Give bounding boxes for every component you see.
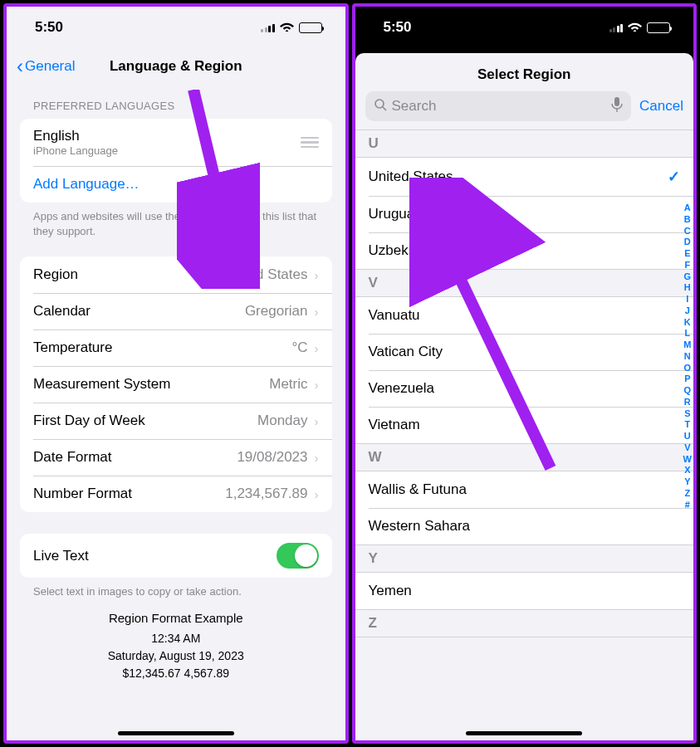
- nav-bar: ‹ General Language & Region: [7, 48, 345, 85]
- index-letter[interactable]: B: [683, 214, 692, 226]
- index-letter[interactable]: K: [683, 317, 692, 329]
- index-letter[interactable]: C: [683, 226, 692, 237]
- section-header-u: U: [355, 129, 694, 158]
- index-letter[interactable]: Z: [683, 488, 692, 500]
- status-time: 5:50: [35, 19, 63, 36]
- index-letter[interactable]: N: [683, 351, 692, 363]
- checkmark-icon: ✓: [668, 168, 680, 186]
- reorder-icon[interactable]: [301, 137, 319, 149]
- index-letter[interactable]: H: [683, 282, 692, 294]
- preferred-languages-header: PREFERRED LANGUAGES: [7, 85, 345, 119]
- region-row-vatican-city[interactable]: Vatican City: [355, 334, 694, 370]
- index-letter[interactable]: R: [683, 397, 692, 408]
- region-row-uzbekistan[interactable]: Uzbekistan: [355, 232, 694, 269]
- measurement-row[interactable]: Measurement System Metric›: [20, 366, 332, 403]
- section-header-v: V: [355, 269, 694, 297]
- microphone-icon[interactable]: [611, 97, 623, 115]
- battery-icon: 29: [299, 22, 322, 33]
- live-text-footer: Select text in images to copy or take ac…: [7, 578, 345, 599]
- back-button[interactable]: ‹ General: [17, 56, 75, 76]
- live-text-group: Live Text: [20, 534, 332, 578]
- date-format-row[interactable]: Date Format 19/08/2023›: [20, 439, 332, 476]
- status-icons: 29: [261, 20, 322, 35]
- svg-point-1: [375, 100, 384, 108]
- index-letter[interactable]: E: [683, 248, 692, 260]
- index-letter[interactable]: I: [683, 294, 692, 305]
- preferred-languages-group: English iPhone Language Add Language…: [20, 119, 332, 203]
- status-bar: 5:50 29: [355, 7, 694, 48]
- page-title: Language & Region: [110, 58, 242, 75]
- section-header-z: Z: [355, 609, 694, 637]
- home-indicator[interactable]: [118, 731, 234, 735]
- phone-settings-screen: 5:50 29 ‹ General Language & Region PREF…: [3, 3, 349, 744]
- svg-rect-3: [614, 97, 619, 106]
- add-language-label: Add Language…: [33, 176, 140, 193]
- status-bar: 5:50 29: [7, 7, 345, 48]
- calendar-row[interactable]: Calendar Gregorian›: [20, 293, 332, 330]
- chevron-right-icon: ›: [315, 451, 319, 465]
- index-letter[interactable]: P: [683, 374, 692, 385]
- index-letter[interactable]: W: [683, 454, 692, 466]
- temperature-row[interactable]: Temperature °C›: [20, 330, 332, 366]
- index-letter[interactable]: M: [683, 339, 692, 351]
- index-letter[interactable]: X: [683, 465, 692, 476]
- index-letter[interactable]: O: [683, 363, 692, 374]
- index-letter[interactable]: F: [683, 260, 692, 271]
- search-icon: [374, 98, 387, 115]
- chevron-right-icon: ›: [315, 378, 319, 392]
- alphabet-index[interactable]: ABCDEFGHIJKLMNOPQRSTUVWXYZ#: [683, 203, 692, 510]
- add-language-row[interactable]: Add Language…: [20, 166, 332, 203]
- number-format-row[interactable]: Number Format 1,234,567.89›: [20, 476, 332, 512]
- index-letter[interactable]: L: [683, 328, 692, 339]
- language-row-english[interactable]: English iPhone Language: [20, 119, 332, 166]
- index-letter[interactable]: Q: [683, 385, 692, 397]
- phone-select-region-screen: 5:50 29 Select Region Cancel U United St…: [352, 3, 698, 744]
- chevron-right-icon: ›: [315, 414, 319, 428]
- region-picker-sheet: Select Region Cancel U United States✓ Ur…: [355, 53, 694, 740]
- index-letter[interactable]: Y: [683, 476, 692, 488]
- search-row: Cancel: [355, 91, 694, 129]
- wifi-icon: [628, 20, 642, 35]
- battery-icon: 29: [647, 22, 670, 33]
- index-letter[interactable]: G: [683, 271, 692, 283]
- index-letter[interactable]: U: [683, 431, 692, 442]
- chevron-right-icon: ›: [315, 341, 319, 355]
- home-indicator[interactable]: [466, 731, 582, 735]
- region-row-vietnam[interactable]: Vietnam: [355, 407, 694, 443]
- language-sublabel: iPhone Language: [33, 144, 118, 157]
- status-time: 5:50: [384, 19, 412, 36]
- chevron-right-icon: ›: [315, 487, 319, 501]
- section-header-w: W: [355, 443, 694, 471]
- region-row-vanuatu[interactable]: Vanuatu: [355, 297, 694, 334]
- cancel-button[interactable]: Cancel: [639, 98, 683, 115]
- region-row-venezuela[interactable]: Venezuela: [355, 370, 694, 407]
- search-input[interactable]: [392, 98, 607, 115]
- live-text-toggle[interactable]: [277, 543, 319, 569]
- index-letter[interactable]: D: [683, 237, 692, 248]
- cellular-icon: [261, 22, 275, 32]
- region-row-yemen[interactable]: Yemen: [355, 573, 694, 609]
- region-row-uruguay[interactable]: Uruguay: [355, 196, 694, 232]
- first-day-row[interactable]: First Day of Week Monday›: [20, 403, 332, 439]
- region-row[interactable]: Region United States›: [20, 256, 332, 293]
- back-label: General: [25, 58, 75, 75]
- index-letter[interactable]: T: [683, 419, 692, 431]
- index-letter[interactable]: A: [683, 203, 692, 214]
- index-letter[interactable]: J: [683, 305, 692, 317]
- region-settings-group: Region United States› Calendar Gregorian…: [20, 256, 332, 512]
- region-list[interactable]: U United States✓ Uruguay Uzbekistan V Va…: [355, 129, 694, 740]
- region-row-wallis-futuna[interactable]: Wallis & Futuna: [355, 471, 694, 508]
- index-letter[interactable]: S: [683, 408, 692, 420]
- region-row-united-states[interactable]: United States✓: [355, 158, 694, 196]
- search-field[interactable]: [365, 91, 632, 121]
- preferred-languages-footer: Apps and websites will use the first lan…: [7, 203, 345, 238]
- section-header-y: Y: [355, 544, 694, 573]
- index-letter[interactable]: #: [683, 500, 692, 511]
- language-name: English: [33, 128, 118, 144]
- wifi-icon: [280, 20, 294, 35]
- region-format-example: Region Format Example 12:34 AM Saturday,…: [7, 599, 345, 694]
- index-letter[interactable]: V: [683, 442, 692, 454]
- chevron-right-icon: ›: [315, 268, 319, 282]
- cellular-icon: [609, 22, 624, 32]
- region-row-western-sahara[interactable]: Western Sahara: [355, 508, 694, 544]
